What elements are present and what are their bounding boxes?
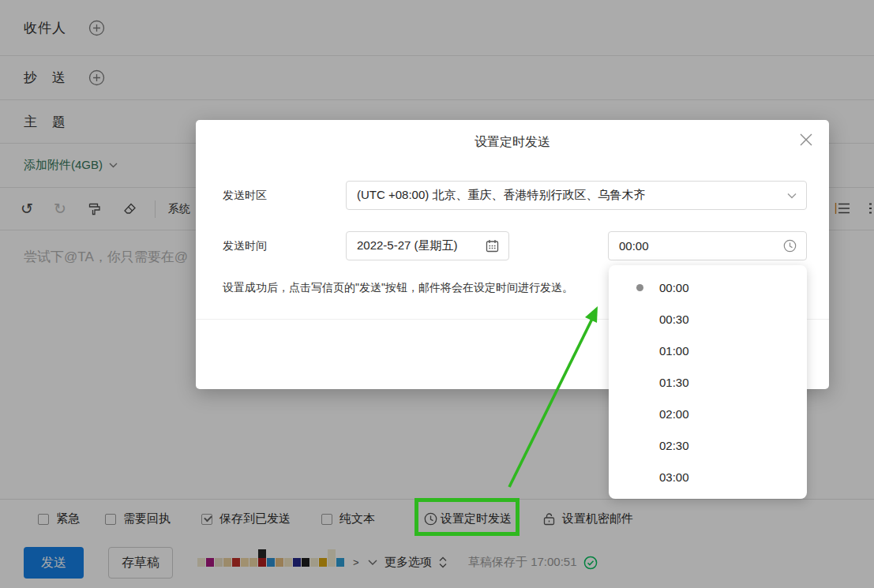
time-option-label: 00:30 — [659, 313, 689, 326]
time-picker-input[interactable]: 00:00 — [608, 231, 807, 260]
chevron-down-icon — [787, 193, 797, 199]
time-option[interactable]: 02:30 — [609, 429, 807, 461]
selected-bullet-icon — [636, 284, 643, 291]
close-icon[interactable] — [799, 133, 813, 147]
send-time-label: 发送时间 — [223, 239, 267, 253]
time-option-label: 03:00 — [659, 470, 689, 484]
dialog-title: 设置定时发送 — [196, 134, 829, 151]
mail-compose-screen: 收件人 抄 送 主 题 添加附件(4GB) ↺ ↻ 系统 — [0, 0, 874, 588]
clock-icon — [783, 239, 797, 253]
time-option[interactable]: 00:00 — [609, 272, 807, 303]
calendar-icon — [486, 239, 499, 253]
time-option-label: 01:00 — [659, 344, 689, 358]
time-option[interactable]: 01:00 — [609, 335, 807, 366]
timezone-label: 发送时区 — [223, 189, 267, 203]
date-value: 2022-5-27 (星期五) — [357, 238, 458, 253]
time-option[interactable]: 00:30 — [609, 303, 807, 335]
time-option[interactable]: 01:30 — [609, 366, 807, 398]
dialog-note: 设置成功后，点击写信页的"发送"按钮，邮件将会在设定时间进行发送。 — [223, 281, 573, 295]
date-picker-input[interactable]: 2022-5-27 (星期五) — [346, 231, 509, 260]
time-value: 00:00 — [619, 239, 649, 253]
time-option-label: 01:30 — [659, 376, 689, 389]
time-option[interactable]: 03:00 — [609, 461, 807, 492]
time-dropdown-list[interactable]: 00:0000:3001:0001:3002:0002:3003:00 — [609, 265, 807, 499]
time-option-label: 02:00 — [659, 407, 689, 421]
time-option[interactable]: 02:00 — [609, 398, 807, 429]
time-option-label: 02:30 — [659, 439, 689, 452]
timezone-select[interactable]: (UTC +08:00) 北京、重庆、香港特别行政区、乌鲁木齐 — [346, 181, 807, 210]
time-option-label: 00:00 — [659, 281, 689, 294]
timezone-value: (UTC +08:00) 北京、重庆、香港特别行政区、乌鲁木齐 — [357, 188, 645, 203]
